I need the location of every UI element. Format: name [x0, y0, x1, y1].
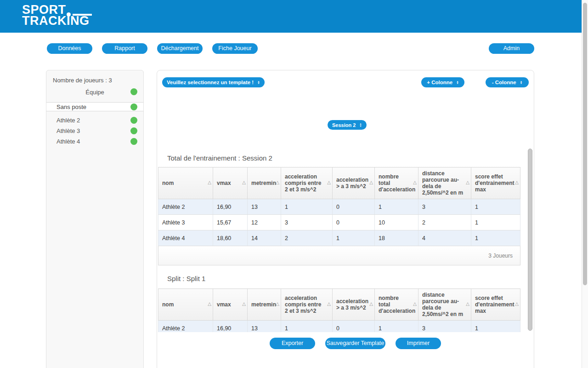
- column-header-label: distance parcourue au-dela de 2,50ms/^2 …: [422, 170, 463, 196]
- column-header-2[interactable]: vmax△: [213, 167, 248, 199]
- column-header-label: nom: [162, 301, 174, 308]
- player-count-label: Nombre de joueurs : 3: [53, 77, 112, 84]
- split-table-title: Split : Split 1: [167, 275, 530, 282]
- sort-icon: △: [242, 180, 246, 185]
- table-cell: Athlète 2: [158, 199, 213, 215]
- table-cell: 1: [375, 199, 418, 215]
- print-button[interactable]: Imprimer: [396, 338, 441, 349]
- column-header-label: score effet d'entrainement max: [475, 173, 514, 193]
- export-button[interactable]: Exporter: [270, 338, 315, 349]
- session-select-label: Session 2: [332, 122, 356, 128]
- column-header-7[interactable]: distance parcourue au-dela de 2,50ms/^2 …: [418, 167, 471, 199]
- logo-trail-line: [73, 14, 92, 16]
- select-arrows-icon: ▲▼: [520, 80, 522, 85]
- table-cell: 3: [418, 321, 471, 333]
- player-row[interactable]: Athlète 2: [46, 116, 143, 125]
- nav-button-4[interactable]: Fiche Joueur: [212, 43, 258, 54]
- table-cell: 2: [418, 215, 471, 230]
- player-row[interactable]: Athlète 3: [46, 127, 143, 135]
- team-label: Équipe: [85, 89, 104, 96]
- players-sidebar: Nombre de joueurs : 3 Équipe Sans poste …: [46, 70, 144, 368]
- nav-button-2[interactable]: Rapport: [102, 43, 147, 54]
- template-select[interactable]: Veuillez selectionnez un template ! ▲▼: [162, 77, 265, 87]
- report-panel: Veuillez selectionnez un template ! ▲▼ +…: [157, 70, 534, 368]
- sort-icon: △: [515, 180, 519, 185]
- group-label: Sans poste: [57, 104, 86, 110]
- table-cell: 13: [248, 199, 281, 215]
- template-select-label: Veuillez selectionnez un template !: [167, 80, 254, 85]
- column-header-3[interactable]: metremin△: [248, 289, 281, 321]
- table-cell: 1: [471, 215, 520, 230]
- add-column-select[interactable]: + Colonne ▲▼: [421, 77, 464, 87]
- column-header-6[interactable]: nombre total d'acceleration△: [375, 289, 418, 321]
- page-scrollbar-thumb[interactable]: [583, 3, 587, 285]
- column-header-label: nom: [162, 180, 174, 186]
- brand-logo: SPORT TRACKING: [22, 4, 90, 26]
- select-arrows-icon: ▲▼: [359, 123, 362, 127]
- column-header-4[interactable]: acceleration compris entre 2 et 3 m/s^2△: [281, 167, 333, 199]
- player-status-dot: [130, 117, 137, 124]
- table-cell: 1: [281, 199, 333, 215]
- player-name: Athlète 4: [57, 138, 80, 145]
- tables-scroll-area[interactable]: Total de l'entrainement : Session 2 nom△…: [158, 149, 530, 332]
- column-header-1[interactable]: nom△: [158, 289, 213, 321]
- table-cell: 10: [375, 215, 418, 230]
- column-header-7[interactable]: distance parcourue au-dela de 2,50ms/^2 …: [418, 289, 471, 321]
- sort-icon: △: [276, 301, 279, 306]
- sort-icon: △: [413, 301, 417, 306]
- player-status-dot: [130, 127, 137, 134]
- column-header-5[interactable]: acceleration > a 3 m/s^2△: [333, 289, 375, 321]
- group-row-sans-poste[interactable]: Sans poste: [46, 102, 143, 111]
- nav-button-3[interactable]: Déchargement: [157, 43, 203, 54]
- table-scrollbar-thumb[interactable]: [528, 149, 532, 331]
- table-row: Athlète 216,901310131: [158, 321, 520, 333]
- page-scrollbar[interactable]: [582, 0, 588, 368]
- column-header-3[interactable]: metremin△: [248, 167, 281, 199]
- column-header-1[interactable]: nom△: [158, 167, 213, 199]
- column-header-label: vmax: [217, 301, 231, 308]
- table-cell: 1: [333, 230, 375, 246]
- player-row[interactable]: Athlète 4: [46, 138, 143, 146]
- table-cell: Athlète 4: [158, 230, 213, 246]
- select-arrows-icon: ▲▼: [257, 80, 260, 85]
- table-footer-count: 3 Joueurs: [158, 246, 520, 265]
- column-header-2[interactable]: vmax△: [213, 289, 248, 321]
- sort-icon: △: [327, 301, 331, 306]
- sort-icon: △: [369, 301, 373, 306]
- select-arrows-icon: ▲▼: [456, 80, 458, 85]
- session-select[interactable]: Session 2 ▲▼: [328, 120, 367, 130]
- brand-line2: TRACKING: [22, 15, 90, 26]
- admin-button[interactable]: Admin: [489, 43, 534, 54]
- team-row[interactable]: Équipe: [46, 89, 143, 96]
- column-header-5[interactable]: acceleration > a 3 m/s^2△: [333, 167, 375, 199]
- split-table: nom△vmax△metremin△acceleration compris e…: [158, 288, 530, 332]
- table-cell: 18,60: [213, 230, 248, 246]
- total-table: nom△vmax△metremin△acceleration compris e…: [158, 167, 530, 265]
- column-header-8[interactable]: score effet d'entrainement max△: [471, 167, 520, 199]
- column-header-4[interactable]: acceleration compris entre 2 et 3 m/s^2△: [281, 289, 333, 321]
- remove-column-select[interactable]: - Colonne ▲▼: [486, 77, 529, 87]
- sort-icon: △: [276, 180, 279, 185]
- save-template-button[interactable]: Sauvegarder Template: [325, 338, 385, 349]
- sort-icon: △: [466, 301, 469, 306]
- player-name: Athlète 2: [57, 117, 80, 124]
- table-cell: 12: [248, 215, 281, 230]
- sort-icon: △: [369, 180, 373, 185]
- column-header-label: metremin: [251, 180, 276, 186]
- table-cell: 18: [375, 230, 418, 246]
- column-header-label: acceleration > a 3 m/s^2: [336, 298, 368, 311]
- table-cell: Athlète 2: [158, 321, 213, 333]
- sort-icon: △: [515, 301, 519, 306]
- table-cell: 1: [471, 199, 520, 215]
- column-header-8[interactable]: score effet d'entrainement max△: [471, 289, 520, 321]
- column-header-label: distance parcourue au-dela de 2,50ms/^2 …: [422, 292, 463, 317]
- table-cell: 16,90: [213, 321, 248, 333]
- column-header-label: nombre total d'acceleration: [379, 295, 415, 314]
- sort-icon: △: [413, 180, 417, 185]
- nav-button-1[interactable]: Données: [47, 43, 92, 54]
- player-status-dot: [130, 138, 137, 145]
- table-row: Athlète 315,6712301021: [158, 215, 520, 230]
- app-root: SPORT TRACKING DonnéesRapportDéchargemen…: [0, 0, 588, 368]
- column-header-6[interactable]: nombre total d'acceleration△: [375, 167, 418, 199]
- column-header-label: nombre total d'acceleration: [379, 173, 415, 193]
